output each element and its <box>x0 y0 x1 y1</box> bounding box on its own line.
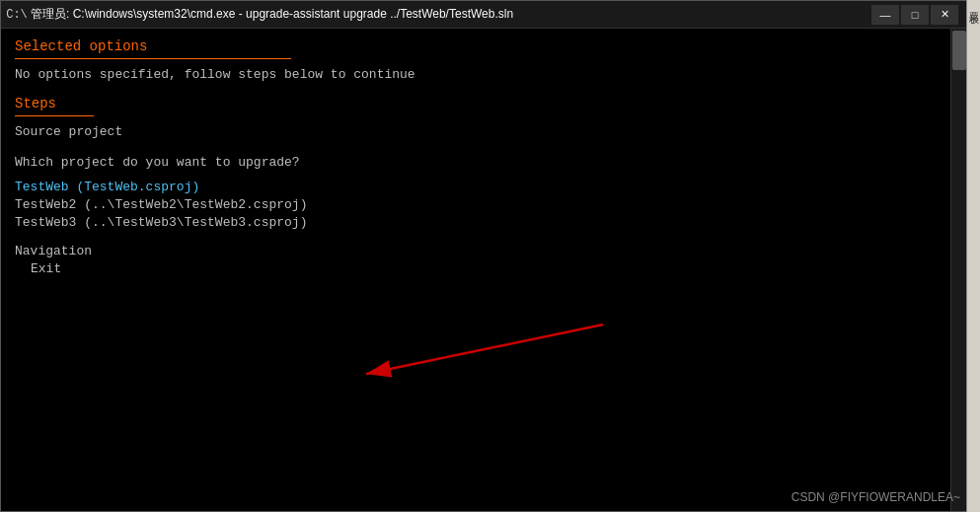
close-button[interactable]: ✕ <box>931 5 958 25</box>
source-project-label: Source project <box>15 124 952 139</box>
project-list: TestWeb (TestWeb.csproj) TestWeb2 (..\Te… <box>15 180 952 230</box>
steps-divider <box>15 115 94 116</box>
navigation-title: Navigation <box>15 244 952 258</box>
minimize-button[interactable]: — <box>871 5 899 25</box>
selected-options-title: Selected options <box>15 38 952 54</box>
maximize-button[interactable]: □ <box>901 5 929 25</box>
exit-option[interactable]: Exit <box>15 261 952 276</box>
navigation-section: Navigation Exit <box>15 244 952 276</box>
selected-options-section: Selected options No options specified, f… <box>15 38 952 82</box>
list-item[interactable]: TestWeb3 (..\TestWeb3\TestWeb3.csproj) <box>15 215 952 230</box>
window-controls: — □ ✕ <box>871 5 958 25</box>
watermark: CSDN @FIYFIOWERANDLEA~ <box>792 490 960 504</box>
upgrade-question: Which project do you want to upgrade? <box>15 155 952 170</box>
selected-options-divider <box>15 58 291 59</box>
title-bar-text: 管理员: C:\windows\system32\cmd.exe - upgra… <box>31 6 871 23</box>
scrollbar[interactable] <box>950 29 966 511</box>
red-arrow-annotation <box>337 315 613 394</box>
title-bar: C:\ 管理员: C:\windows\system32\cmd.exe - u… <box>1 1 966 29</box>
list-item[interactable]: TestWeb2 (..\TestWeb2\TestWeb2.csproj) <box>15 197 952 212</box>
list-item[interactable]: TestWeb (TestWeb.csproj) <box>15 180 952 194</box>
steps-title: Steps <box>15 96 952 111</box>
side-panel: 粟 极 <box>966 0 980 512</box>
svg-line-1 <box>366 325 603 374</box>
scrollbar-thumb[interactable] <box>952 31 966 70</box>
no-options-text: No options specified, follow steps below… <box>15 67 952 82</box>
terminal-body: Selected options No options specified, f… <box>1 29 966 511</box>
window-icon: C:\ <box>9 7 25 23</box>
cmd-window: C:\ 管理员: C:\windows\system32\cmd.exe - u… <box>0 0 967 512</box>
steps-section: Steps Source project <box>15 96 952 139</box>
